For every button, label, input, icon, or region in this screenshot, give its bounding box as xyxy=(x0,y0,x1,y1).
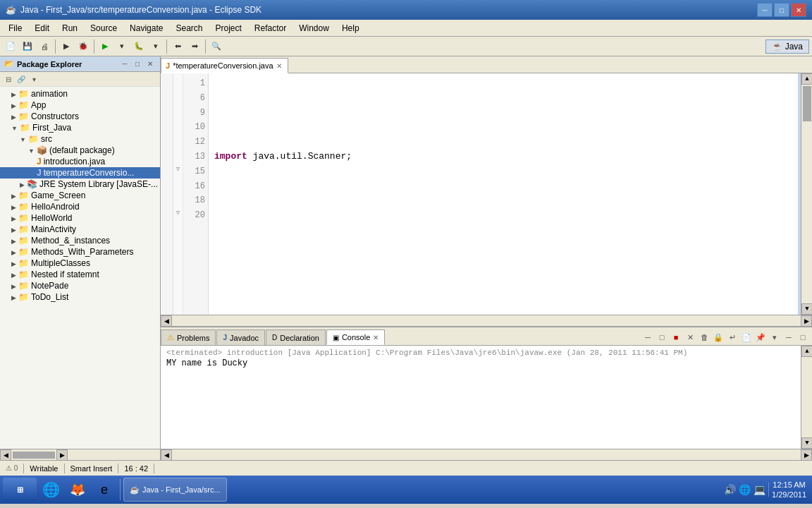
tab-problems[interactable]: ⚠ Problems xyxy=(161,329,216,345)
print-button[interactable]: 🖨 xyxy=(37,39,52,54)
fold-7[interactable]: ▽ xyxy=(173,162,183,176)
tree-item-constructors[interactable]: 📁 Constructors xyxy=(0,111,160,122)
package-icon-default: 📦 xyxy=(37,145,47,155)
hscroll-left-arrow[interactable]: ◀ xyxy=(0,449,11,461)
menu-search[interactable]: Search xyxy=(170,22,208,35)
debug-button[interactable]: 🐞 xyxy=(75,39,91,54)
pe-link-editor[interactable]: 🔗 xyxy=(16,73,27,85)
tree-item-game-screen[interactable]: 📁 Game_Screen xyxy=(0,190,160,201)
vscroll-up[interactable]: ▲ xyxy=(801,73,812,85)
tree-item-hello-world[interactable]: 📁 HelloWorld xyxy=(0,212,160,224)
pe-close[interactable]: ✕ xyxy=(144,59,156,70)
tree-item-temperature[interactable]: J temperatureConversio... xyxy=(0,167,160,179)
editor-hscroll-right[interactable]: ▶ xyxy=(801,315,812,327)
console-maximize[interactable]: □ xyxy=(656,331,668,344)
tree-item-hello-android[interactable]: 📁 HelloAndroid xyxy=(0,201,160,212)
debug-dropdown[interactable]: ▾ xyxy=(148,39,164,54)
start-button[interactable]: ⊞ xyxy=(3,478,37,502)
vscroll-thumb[interactable] xyxy=(803,86,811,121)
search-button[interactable]: 🔍 xyxy=(209,39,224,54)
firefox-button[interactable]: 🦊 xyxy=(65,478,90,502)
editor-vscroll[interactable]: ▲ ▼ xyxy=(801,73,812,315)
code-editor[interactable]: ▽ ▽ △ △ 1 xyxy=(161,73,812,315)
minimize-button[interactable]: ─ xyxy=(757,3,773,17)
next-button[interactable]: ➡ xyxy=(187,39,202,54)
console-vscroll-up[interactable]: ▲ xyxy=(801,346,812,357)
tab-console[interactable]: ▣ Console ✕ xyxy=(326,329,385,345)
menu-run[interactable]: Run xyxy=(56,22,83,35)
tree-item-jre[interactable]: 📚 JRE System Library [JavaSE-... xyxy=(0,179,160,190)
debug-run[interactable]: 🐛 xyxy=(131,39,147,54)
pe-hscroll-thumb[interactable] xyxy=(13,452,55,459)
menu-source[interactable]: Source xyxy=(85,22,123,35)
toolbar-sep-1 xyxy=(55,40,56,54)
pe-hscroll[interactable]: ◀ ▶ xyxy=(0,449,160,460)
console-minimize[interactable]: ─ xyxy=(641,331,654,344)
editor-hscroll[interactable]: ◀ ▶ xyxy=(161,315,812,326)
tree-item-src[interactable]: 📁 src xyxy=(0,133,160,145)
tree-item-app[interactable]: 📁 App xyxy=(0,99,160,111)
editor-tab-temperature[interactable]: J *temperatureConversion.java ✕ xyxy=(161,58,288,73)
tree-item-nested-if[interactable]: 📁 Nested if statemnt xyxy=(0,269,160,280)
tree-item-todo[interactable]: 📁 ToDo_List xyxy=(0,291,160,303)
menu-refactor[interactable]: Refactor xyxy=(249,22,292,35)
tab-javadoc[interactable]: J Javadoc xyxy=(216,329,265,345)
tree-item-introduction[interactable]: J introduction.java xyxy=(0,156,160,167)
tab-close-temperature[interactable]: ✕ xyxy=(276,62,282,70)
hscroll-right-arrow[interactable]: ▶ xyxy=(56,449,68,461)
console-hscroll[interactable]: ◀ ▶ xyxy=(161,449,812,460)
pe-collapse-all[interactable]: ⊟ xyxy=(3,73,14,85)
tree-item-multiple-classes[interactable]: 📁 MultipleClasses xyxy=(0,258,160,269)
fold-10[interactable]: ▽ xyxy=(173,205,183,220)
tree-item-methods-params[interactable]: 📁 Methods_With_Parameters xyxy=(0,246,160,258)
tree-item-main-activity[interactable]: 📁 MainActivity xyxy=(0,224,160,235)
new-button[interactable]: 📄 xyxy=(3,39,18,54)
console-hscroll-right[interactable]: ▶ xyxy=(801,449,812,461)
console-open-log[interactable]: 📄 xyxy=(740,331,753,344)
vscroll-down[interactable]: ▼ xyxy=(801,303,812,315)
eclipse-taskbar-btn[interactable]: ☕ Java - First_Java/src... xyxy=(123,478,227,502)
menu-project[interactable]: Project xyxy=(209,22,247,35)
console-remove[interactable]: ✕ xyxy=(684,331,696,344)
console-terminate[interactable]: ■ xyxy=(670,331,682,344)
pe-minimize[interactable]: ─ xyxy=(119,59,130,70)
console-panel-max[interactable]: □ xyxy=(796,331,809,344)
tree-item-notepad[interactable]: 📁 NotePade xyxy=(0,280,160,291)
run-dropdown[interactable]: ▾ xyxy=(114,39,130,54)
menu-window[interactable]: Window xyxy=(293,22,335,35)
console-vscroll-down[interactable]: ▼ xyxy=(801,437,812,449)
tab-console-close[interactable]: ✕ xyxy=(373,334,379,341)
tree-item-method-instances[interactable]: 📁 Method_&_instances xyxy=(0,235,160,246)
ie2-button[interactable]: e xyxy=(92,478,117,502)
ie-button[interactable]: 🌐 xyxy=(38,478,63,502)
menu-edit[interactable]: Edit xyxy=(29,22,55,35)
menu-navigate[interactable]: Navigate xyxy=(124,22,168,35)
maximize-button[interactable]: □ xyxy=(774,3,789,17)
tree-item-default-package[interactable]: 📦 (default package) xyxy=(0,145,160,156)
console-word-wrap[interactable]: ↵ xyxy=(726,331,739,344)
console-scroll-lock[interactable]: 🔒 xyxy=(712,331,725,344)
console-panel-min[interactable]: ─ xyxy=(782,331,795,344)
console-hscroll-left[interactable]: ◀ xyxy=(161,449,172,461)
console-vscroll[interactable]: ▲ ▼ xyxy=(801,346,812,449)
ln-17: 16 xyxy=(186,179,205,194)
console-menu[interactable]: ▾ xyxy=(768,331,781,344)
tree-label-main-activity: MainActivity xyxy=(31,224,76,234)
console-clear[interactable]: 🗑 xyxy=(698,331,710,344)
run-ext-button[interactable]: ▶ xyxy=(59,39,74,54)
tree-item-first-java[interactable]: 📁 First_Java xyxy=(0,122,160,133)
editor-hscroll-left[interactable]: ◀ xyxy=(161,315,172,327)
run-button[interactable]: ▶ xyxy=(97,39,113,54)
tree-item-animation[interactable]: 📁 animation xyxy=(0,88,160,99)
tab-declaration[interactable]: D Declaration xyxy=(266,329,326,345)
menu-file[interactable]: File xyxy=(3,22,27,35)
save-button[interactable]: 💾 xyxy=(20,39,35,54)
close-button[interactable]: ✕ xyxy=(791,3,806,17)
pe-maximize[interactable]: □ xyxy=(132,59,143,70)
menu-help[interactable]: Help xyxy=(336,22,365,35)
java-perspective[interactable]: ☕ Java xyxy=(765,40,809,54)
code-content[interactable]: import java.util.Scanner; public class t… xyxy=(209,73,812,315)
prev-button[interactable]: ⬅ xyxy=(170,39,185,54)
console-pin[interactable]: 📌 xyxy=(754,331,767,344)
pe-menu[interactable]: ▾ xyxy=(28,73,39,85)
